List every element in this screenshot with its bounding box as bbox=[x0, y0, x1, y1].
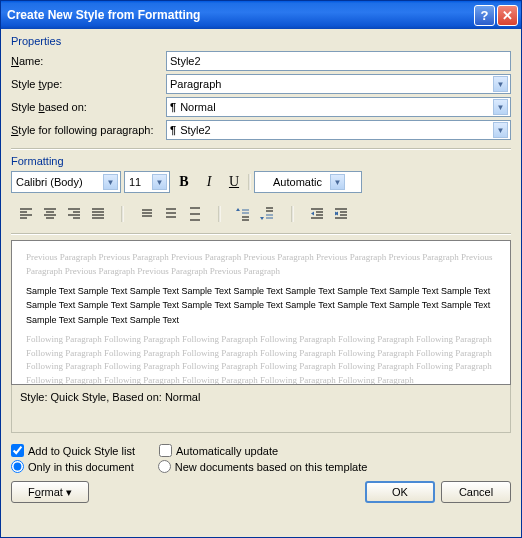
following-label: Style for following paragraph: bbox=[11, 124, 166, 136]
separator bbox=[291, 204, 294, 224]
divider bbox=[11, 148, 511, 149]
dropdown-icon: ▼ bbox=[493, 99, 508, 115]
line-spacing-1-button[interactable] bbox=[136, 203, 158, 225]
font-select[interactable]: Calibri (Body)▼ bbox=[11, 171, 121, 193]
formatting-label: Formatting bbox=[11, 155, 511, 167]
separator bbox=[248, 172, 251, 192]
preview-before: Previous Paragraph Previous Paragraph Pr… bbox=[26, 251, 496, 278]
italic-button[interactable]: I bbox=[198, 171, 220, 193]
based-on-label: Style based on: bbox=[11, 101, 166, 113]
preview-box: Previous Paragraph Previous Paragraph Pr… bbox=[11, 240, 511, 385]
auto-update-check[interactable]: Automatically update bbox=[159, 444, 278, 457]
style-description: Style: Quick Style, Based on: Normal bbox=[11, 385, 511, 433]
dialog-content: Properties Name: Style type: Paragraph ▼… bbox=[1, 29, 521, 511]
window-title: Create New Style from Formatting bbox=[7, 8, 472, 22]
style-type-value: Paragraph bbox=[170, 78, 221, 90]
close-button[interactable]: ✕ bbox=[497, 5, 518, 26]
dropdown-icon: ▼ bbox=[330, 174, 345, 190]
following-value: ¶Style2 bbox=[170, 124, 211, 136]
help-button[interactable]: ? bbox=[474, 5, 495, 26]
name-input[interactable] bbox=[166, 51, 511, 71]
format-button[interactable]: Format ▾ bbox=[11, 481, 89, 503]
properties-label: Properties bbox=[11, 35, 511, 47]
align-right-button[interactable] bbox=[63, 203, 85, 225]
based-on-value: ¶Normal bbox=[170, 101, 216, 113]
dropdown-icon: ▼ bbox=[152, 174, 167, 190]
cancel-button[interactable]: Cancel bbox=[441, 481, 511, 503]
dropdown-icon: ▼ bbox=[493, 76, 508, 92]
dropdown-icon: ▼ bbox=[103, 174, 118, 190]
style-type-label: Style type: bbox=[11, 78, 166, 90]
style-type-select[interactable]: Paragraph ▼ bbox=[166, 74, 511, 94]
line-spacing-2-button[interactable] bbox=[184, 203, 206, 225]
separator bbox=[121, 204, 124, 224]
name-label: Name: bbox=[11, 55, 166, 67]
line-spacing-15-button[interactable] bbox=[160, 203, 182, 225]
bold-button[interactable]: B bbox=[173, 171, 195, 193]
based-on-select[interactable]: ¶Normal ▼ bbox=[166, 97, 511, 117]
following-select[interactable]: ¶Style2 ▼ bbox=[166, 120, 511, 140]
dropdown-icon: ▼ bbox=[493, 122, 508, 138]
add-quick-style-check[interactable]: Add to Quick Style list bbox=[11, 444, 135, 457]
new-documents-radio[interactable]: New documents based on this template bbox=[158, 460, 368, 473]
preview-sample: Sample Text Sample Text Sample Text Samp… bbox=[26, 284, 496, 327]
separator bbox=[218, 204, 221, 224]
font-color-select[interactable]: Automatic▼ bbox=[254, 171, 362, 193]
align-justify-button[interactable] bbox=[87, 203, 109, 225]
increase-indent-button[interactable] bbox=[330, 203, 352, 225]
titlebar: Create New Style from Formatting ? ✕ bbox=[1, 1, 521, 29]
align-left-button[interactable] bbox=[15, 203, 37, 225]
space-after-button[interactable] bbox=[257, 203, 279, 225]
ok-button[interactable]: OK bbox=[365, 481, 435, 503]
font-size-select[interactable]: 11▼ bbox=[124, 171, 170, 193]
align-center-button[interactable] bbox=[39, 203, 61, 225]
underline-button[interactable]: U bbox=[223, 171, 245, 193]
only-document-radio[interactable]: Only in this document bbox=[11, 460, 134, 473]
space-before-button[interactable] bbox=[233, 203, 255, 225]
preview-after: Following Paragraph Following Paragraph … bbox=[26, 333, 496, 385]
decrease-indent-button[interactable] bbox=[306, 203, 328, 225]
